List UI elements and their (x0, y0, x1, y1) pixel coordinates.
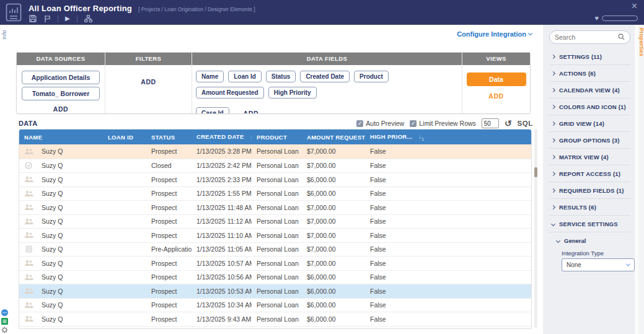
table-scrollbar[interactable] (534, 129, 537, 328)
table-row[interactable]: Suzy QProspect1/13/2025 2:33 PMPersonal … (19, 172, 531, 187)
column-header[interactable]: STATUS (146, 134, 192, 141)
data-field-chip[interactable]: Amount Requested (196, 87, 264, 99)
data-field-chip[interactable]: Name (196, 71, 224, 82)
name-cell: Suzy Q (38, 301, 103, 309)
sidebar-section-required-fields[interactable]: REQUIRED FIELDS (1) (549, 182, 630, 199)
table-row[interactable]: Suzy QProspect1/13/2025 10:56 AMPersonal… (19, 270, 531, 284)
limit-rows-input[interactable] (482, 118, 499, 128)
table-row[interactable]: Suzy QProspect1/13/2025 9:43 AMPersonal … (19, 312, 531, 326)
product-cell: Personal Loan (252, 147, 302, 155)
table-scrollbar-thumb[interactable] (534, 167, 537, 177)
sidebar-section-matrix-view[interactable]: MATRIX VIEW (4) (549, 149, 630, 165)
sidebar-section-group-options[interactable]: GROUP OPTIONS (3) (549, 132, 630, 149)
created-date-cell: 1/13/2025 10:56 AM (192, 273, 252, 281)
heart-icon[interactable]: ♥ (594, 15, 599, 22)
section-label: REPORT ACCESS (1) (559, 170, 620, 177)
data-field-chip[interactable]: Status (266, 71, 296, 82)
name-cell: Suzy Q (38, 176, 103, 183)
table-row[interactable]: Suzy QProspect1/13/2025 11:10 AMPersonal… (19, 228, 531, 242)
high-priority-cell: False (365, 232, 531, 239)
refresh-icon[interactable]: ↺ (505, 119, 512, 128)
table-row[interactable]: Suzy QProspect1/13/2025 11:12 AMPersonal… (19, 214, 531, 229)
views-add-button[interactable]: ADD (488, 92, 504, 100)
table-row[interactable]: Suzy QProspect1/13/2025 10:34 AMPersonal… (19, 298, 531, 312)
chevron-right-icon (551, 121, 555, 126)
sql-button[interactable]: SQL (518, 120, 533, 127)
column-header[interactable]: PRODUCT (252, 134, 302, 141)
table-row[interactable]: Suzy QProspect1/13/2025 10:53 AMPersonal… (19, 284, 531, 298)
data-source-button[interactable]: Application Details (22, 71, 100, 84)
amount-cell: $6,000.00 (302, 176, 365, 183)
report-logo-icon (6, 3, 22, 22)
table-row[interactable]: Suzy QClosed1/13/2025 2:42 PMPersonal Lo… (19, 159, 531, 173)
created-date-cell: 1/13/2025 10:53 AM (192, 288, 252, 295)
column-header[interactable]: AMOUNT REQUEST... (302, 134, 365, 141)
close-icon[interactable]: × (632, 1, 637, 12)
name-cell: Suzy Q (38, 260, 103, 267)
column-header[interactable]: NAME (19, 134, 103, 141)
status-cell: Prospect (146, 204, 192, 211)
play-icon[interactable]: ▶ (65, 15, 70, 22)
sidebar-section-report-access[interactable]: REPORT ACCESS (1) (549, 165, 630, 182)
info-tab[interactable]: Info (1, 30, 7, 40)
properties-tab[interactable]: Properties (638, 28, 644, 56)
column-header[interactable]: LOAN ID (103, 134, 146, 141)
chat-icon[interactable] (1, 307, 8, 314)
search-input[interactable] (555, 33, 615, 41)
high-priority-cell: False (365, 204, 531, 211)
data-source-button[interactable]: Tomato_ Borrower (22, 87, 100, 100)
table-row[interactable]: Suzy QProspect1/13/2025 3:28 PMPersonal … (19, 144, 531, 159)
data-section-label: DATA (19, 120, 38, 127)
product-cell: Personal Loan (252, 301, 302, 309)
data-field-chip[interactable]: High Priority (268, 87, 317, 99)
flag-icon[interactable] (43, 15, 51, 22)
sort-indicator-icon: ↓1 (418, 133, 424, 140)
table-row[interactable]: Suzy QProspect1/13/2025 11:48 AMPersonal… (19, 200, 531, 214)
views-header: VIEWS (462, 53, 530, 65)
limit-preview-label: Limit Preview Rows (419, 120, 476, 127)
high-priority-cell: False (365, 301, 531, 309)
data-field-chip[interactable]: Loan Id (228, 71, 262, 82)
section-label: CALENDAR VIEW (4) (559, 87, 620, 94)
name-cell: Suzy Q (38, 273, 103, 281)
auto-preview-checkbox[interactable]: ✓ (356, 120, 363, 127)
filters-add-button[interactable]: ADD (141, 78, 156, 86)
sidebar-section-actions[interactable]: ACTIONS (6) (549, 65, 630, 82)
sidebar-section-service-settings[interactable]: SERVICE SETTINGS (549, 216, 630, 232)
spreadsheet-icon[interactable] (1, 316, 8, 323)
status-cell: Prospect (146, 315, 192, 323)
table-row[interactable]: Suzy QProspect1/13/2025 1:55 PMPersonal … (19, 187, 531, 201)
amount-cell: $6,000.00 (302, 315, 365, 323)
section-label: RESULTS (6) (559, 204, 596, 211)
people-icon (19, 176, 38, 183)
view-button-data[interactable]: Data (467, 73, 526, 86)
sidebar-section-colors-and-icon[interactable]: COLORS AND ICON (1) (549, 99, 630, 115)
sidebar-section-settings[interactable]: SETTINGS (11) (549, 48, 630, 65)
data-field-chip[interactable]: Product (354, 71, 389, 82)
table-row[interactable]: Suzy QPre-Application1/13/2025 11:05 AMP… (19, 242, 531, 257)
section-label: GROUP OPTIONS (3) (559, 137, 620, 144)
progress-bar (602, 15, 638, 21)
data-field-chip[interactable]: Created Date (300, 71, 350, 82)
product-cell: Personal Loan (252, 176, 302, 183)
limit-preview-checkbox[interactable]: ✓ (410, 120, 417, 127)
sidebar-section-calendar-view[interactable]: CALENDAR VIEW (4) (549, 82, 630, 99)
configure-integration-link[interactable]: Configure Integration (457, 30, 532, 38)
data-sources-add-button[interactable]: ADD (53, 105, 69, 113)
general-group-header[interactable]: General (555, 237, 630, 244)
column-header[interactable]: HIGH PRIOR...↓1 (365, 133, 531, 141)
table-row[interactable]: Suzy QProspect1/13/2025 10:57 AMPersonal… (19, 256, 531, 270)
sidebar-section-grid-view[interactable]: GRID VIEW (14) (549, 115, 630, 132)
save-icon[interactable] (29, 15, 37, 22)
sitemap-icon[interactable] (84, 15, 92, 22)
settings-sync-icon[interactable] (1, 325, 8, 332)
sidebar-section-results[interactable]: RESULTS (6) (549, 199, 630, 216)
data-fields-add-button[interactable]: ADD (244, 110, 259, 114)
high-priority-cell: False (365, 147, 531, 155)
status-cell: Prospect (146, 218, 192, 225)
table-row[interactable]: Suzy QProspect1/10/2025 4:08 PMPersonal … (19, 326, 531, 330)
people-icon (19, 274, 38, 281)
data-field-chip[interactable]: Case Id (196, 107, 229, 113)
integration-type-select[interactable]: None (562, 258, 635, 271)
column-header[interactable]: CREATED DATE↓2 (192, 133, 252, 141)
